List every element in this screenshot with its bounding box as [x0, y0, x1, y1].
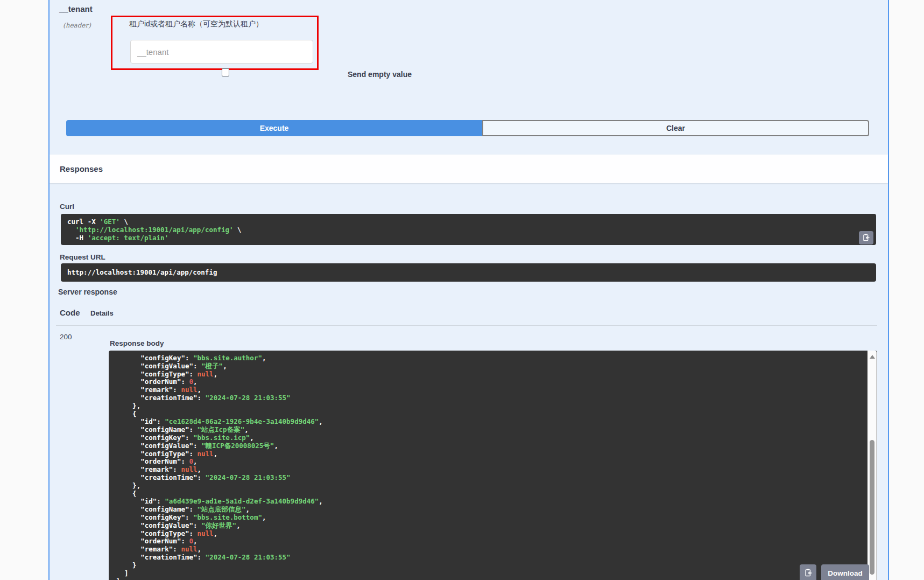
- request-url-value: http://localhost:19001/api/app/config: [61, 269, 223, 277]
- parameter-description: 租户id或者租户名称（可空为默认租户）: [129, 19, 263, 29]
- swagger-operation-page: __tenant (header) 租户id或者租户名称（可空为默认租户） Se…: [0, 0, 924, 580]
- status-code: 200: [60, 333, 72, 341]
- copy-icon: [804, 568, 813, 578]
- details-column-header: Details: [90, 309, 114, 317]
- curl-command: curl -X 'GET' \ 'http://localhost:19001/…: [61, 214, 876, 245]
- parameter-location: (header): [63, 22, 91, 29]
- download-button[interactable]: Download: [821, 564, 869, 580]
- response-scrollbar-thumb[interactable]: [870, 440, 874, 575]
- curl-copy-button[interactable]: [859, 231, 873, 244]
- response-copy-button[interactable]: [800, 564, 816, 580]
- request-url-block: http://localhost:19001/api/app/config: [61, 263, 876, 282]
- responses-header-band: [50, 155, 888, 183]
- curl-label: Curl: [60, 202, 74, 211]
- send-empty-value-label: Send empty value: [348, 70, 412, 79]
- curl-code-block: curl -X 'GET' \ 'http://localhost:19001/…: [61, 214, 876, 245]
- scrollbar-up-arrow-icon[interactable]: [870, 355, 875, 359]
- server-response-label: Server response: [58, 288, 117, 296]
- request-url-label: Request URL: [60, 253, 105, 261]
- code-column-header: Code: [60, 308, 80, 317]
- parameter-name: __tenant: [59, 4, 93, 13]
- send-empty-value-checkbox[interactable]: [222, 68, 229, 76]
- response-body-json: "configKey": "bbs.site.author", "configV…: [109, 351, 877, 580]
- response-body-label: Response body: [110, 339, 164, 347]
- tenant-input[interactable]: [130, 40, 313, 64]
- clear-button[interactable]: Clear: [482, 120, 869, 136]
- copy-icon: [862, 233, 870, 243]
- responses-title: Responses: [60, 164, 103, 173]
- execute-button[interactable]: Execute: [66, 120, 482, 136]
- table-divider: [56, 325, 877, 326]
- response-body-block: "configKey": "bbs.site.author", "configV…: [109, 351, 877, 580]
